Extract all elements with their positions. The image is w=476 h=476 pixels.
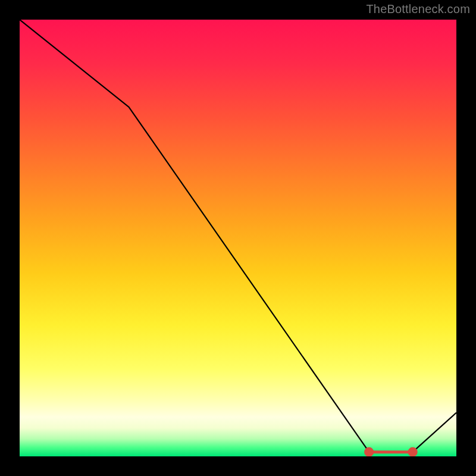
plot-area [20,20,456,456]
flat-region-end-dot [410,449,415,455]
chart-container: TheBottleneck.com [0,0,476,476]
attribution-label: TheBottleneck.com [366,2,470,16]
flat-region-start-dot [367,449,372,455]
series-line [20,20,456,456]
curve-path [20,20,456,452]
flat-region-markers [367,449,415,455]
